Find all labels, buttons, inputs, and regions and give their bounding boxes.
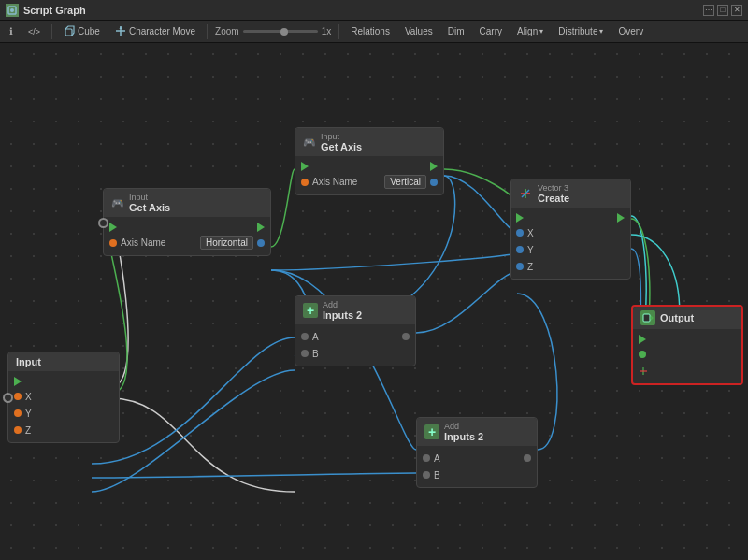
output-exec-row	[633, 333, 741, 346]
port-y-label: Y	[25, 409, 113, 419]
svg-marker-3	[119, 26, 122, 29]
svg-point-1	[10, 8, 14, 12]
node-add-inputs-bot-header: + Add Inputs 2	[417, 418, 537, 446]
carry-button[interactable]: Carry	[476, 25, 506, 37]
canvas-area[interactable]: Input X Y Z Inp	[0, 43, 748, 560]
v3-z-label: Z	[527, 262, 625, 272]
zoom-label: Zoom	[215, 26, 239, 36]
code-button[interactable]: </>	[24, 26, 44, 37]
v3-z-in-dot	[516, 263, 524, 270]
exec-out-left-icon	[14, 377, 22, 386]
node-get-axis-bot-header: Input Get Axis	[104, 189, 270, 217]
axis-top-value[interactable]: Vertical	[384, 175, 426, 189]
add-top-name: Inputs 2	[323, 309, 362, 321]
node-add-inputs-top-header: + Add Inputs 2	[295, 296, 415, 324]
node-get-axis-bot-type: Input	[129, 193, 170, 202]
zoom-control[interactable]: Zoom 1x	[215, 26, 331, 36]
node-output[interactable]: Output	[631, 305, 743, 385]
node-get-axis-top-header: Input Get Axis	[295, 128, 443, 156]
divider-3	[338, 24, 339, 39]
zoom-value: 1x	[322, 26, 332, 36]
distribute-dropdown[interactable]: Distribute ▾	[554, 25, 607, 37]
add-top-a-out-dot	[402, 333, 410, 340]
code-icon: </>	[28, 27, 40, 36]
port-z-dot	[14, 426, 22, 434]
move-icon	[115, 25, 126, 38]
node-output-body	[633, 329, 741, 383]
node-vector3-body: X Y Z	[511, 208, 630, 279]
zoom-thumb[interactable]	[280, 28, 288, 36]
add-bot-icon: +	[424, 424, 439, 439]
node-add-inputs-top[interactable]: + Add Inputs 2 A B	[295, 295, 416, 366]
add-top-a-row: A	[295, 328, 415, 345]
node-input-left-header: Input	[8, 352, 119, 371]
add-bot-b-label: B	[434, 470, 531, 481]
title-bar: Script Graph ⋯ □ ✕	[0, 0, 748, 21]
svg-rect-6	[643, 314, 650, 322]
bot-left-connector	[98, 218, 108, 228]
node-add-inputs-bot[interactable]: + Add Inputs 2 A B	[416, 417, 538, 488]
distribute-chevron-icon: ▾	[599, 27, 603, 36]
node-output-header: Output	[633, 307, 741, 329]
vector3-z-row: Z	[511, 258, 630, 275]
gamepad-top-icon	[303, 136, 316, 149]
add-bot-a-in-dot	[423, 454, 430, 462]
node-get-axis-bot[interactable]: Input Get Axis Axis Name Horizontal	[103, 188, 271, 256]
output-port-2-row	[633, 363, 741, 380]
app-icon	[6, 4, 19, 17]
add-top-b-row: B	[295, 345, 415, 362]
port-x-label: X	[25, 392, 113, 402]
axis-bot-out-dot	[257, 239, 265, 247]
add-top-icon: +	[303, 303, 318, 318]
distribute-label: Distribute	[558, 26, 597, 36]
zoom-track[interactable]	[243, 30, 318, 33]
vector3-exec-row	[511, 211, 630, 224]
v3-x-in-dot	[516, 229, 524, 237]
node-get-axis-bot-body: Axis Name Horizontal	[104, 217, 270, 255]
dim-button[interactable]: Dim	[444, 25, 468, 37]
port-z-label: Z	[25, 425, 113, 436]
divider-2	[207, 24, 208, 39]
divider-1	[51, 24, 52, 39]
maximize-button[interactable]: □	[717, 5, 728, 16]
close-button[interactable]: ✕	[731, 5, 742, 16]
info-icon: ℹ	[9, 26, 13, 36]
vector3-x-row: X	[511, 224, 630, 241]
node-input-left[interactable]: Input X Y Z	[7, 352, 120, 443]
node-vector3-header: Vector 3 Create	[511, 179, 630, 208]
info-button[interactable]: ℹ	[6, 25, 17, 37]
overview-button[interactable]: Overv	[614, 25, 647, 37]
add-top-a-label: A	[312, 332, 398, 342]
axis-bot-value[interactable]: Horizontal	[200, 236, 253, 250]
align-chevron-icon: ▾	[539, 27, 543, 36]
exec-in-top-icon	[301, 162, 309, 171]
character-move-label: Character Move	[129, 26, 195, 36]
v3-exec-out-icon	[617, 213, 625, 223]
node-input-left-y-row: Y	[8, 405, 119, 422]
port-y-dot	[14, 409, 22, 417]
output-icon	[640, 310, 655, 325]
exec-out-top-icon	[430, 162, 438, 171]
relations-button[interactable]: Relations	[347, 25, 394, 37]
port-x-dot	[14, 393, 22, 400]
node-get-axis-top[interactable]: Input Get Axis Axis Name Vertical	[295, 127, 444, 195]
gamepad-bot-icon	[111, 197, 124, 209]
add-top-b-in-dot	[301, 350, 309, 357]
v3-x-label: X	[527, 228, 625, 238]
ellipsis-button[interactable]: ⋯	[703, 5, 714, 16]
breadcrumb-cube[interactable]: Cube	[60, 24, 104, 39]
add-bot-a-label: A	[434, 453, 520, 464]
breadcrumb-character-move[interactable]: Character Move	[111, 24, 199, 39]
add-bot-a-row: A	[417, 450, 537, 467]
values-button[interactable]: Values	[401, 25, 437, 37]
output-port-1-row	[633, 346, 741, 363]
align-dropdown[interactable]: Align ▾	[513, 25, 547, 37]
output-port-1-dot	[639, 351, 646, 358]
add-bot-a-out-dot	[524, 454, 531, 462]
cube-icon	[64, 25, 75, 38]
node-input-left-z-row: Z	[8, 422, 119, 438]
exec-in-bot-icon	[109, 223, 117, 232]
node-vector3[interactable]: Vector 3 Create X Y Z	[510, 179, 631, 280]
exec-out-bot-icon	[257, 223, 265, 232]
v3-y-label: Y	[527, 245, 625, 255]
